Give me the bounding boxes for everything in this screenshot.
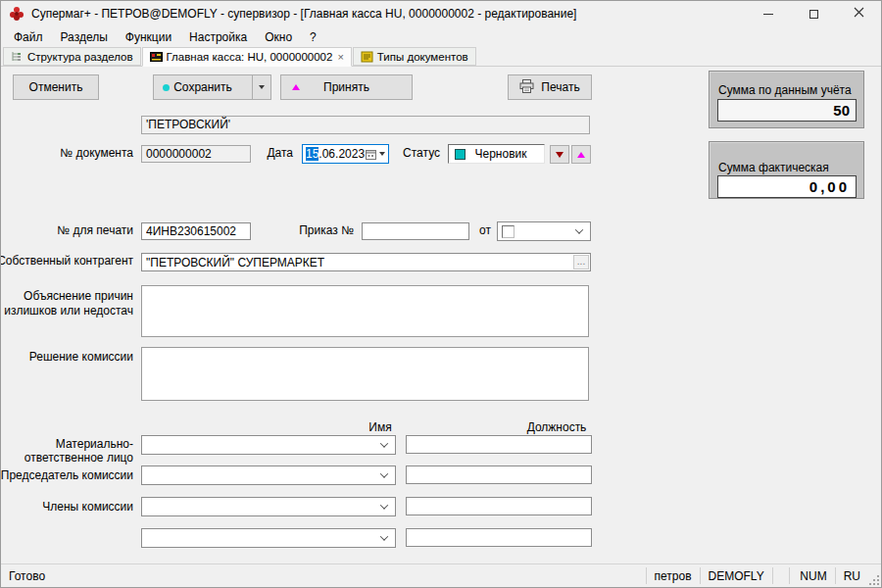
actual-sum-label: Сумма фактическая [718,161,829,174]
decision-label: Решение комиссии [29,351,133,364]
date-rest: .06.2023 [318,147,365,161]
doc-number-value: 0000000002 [146,147,212,161]
members-label: Члены комиссии [42,501,133,514]
print-button[interactable]: Печать [508,74,592,100]
minimize-button[interactable] [746,1,791,26]
menubar: Файл Разделы Функции Настройка Окно ? [1,26,881,47]
menu-sections[interactable]: Разделы [52,28,117,46]
responsible-position-input[interactable] [406,435,592,454]
print-number-label: № для печати [57,224,133,237]
menu-help[interactable]: ? [301,28,325,46]
date-day-selected: 15 [306,147,318,161]
window-title: Супермаг+ - ПЕТРОВ@DEMOFLY - супервизор … [31,7,576,21]
app-logo-icon [9,6,24,22]
app-window: Супермаг+ - ПЕТРОВ@DEMOFLY - супервизор … [0,0,882,588]
statusbar: Готово петров DEMOFLY NUM RU [1,564,881,587]
menu-functions[interactable]: Функции [117,28,180,46]
member2-name-combobox[interactable] [141,528,396,548]
chevron-down-icon [380,439,388,447]
accounting-sum-panel: Сумма по данным учёта 50 [709,71,864,128]
print-button-label: Печать [541,80,579,94]
titlebar: Супермаг+ - ПЕТРОВ@DEMOFLY - супервизор … [1,1,881,26]
responsible-label-line2: ответственное лицо [24,451,133,465]
doc-number-label: № документа [60,147,133,160]
member1-name-combobox[interactable] [141,497,396,516]
chairman-label: Председатель комиссии [1,469,133,482]
order-date-checkbox[interactable] [502,225,514,238]
responsible-label: Материально- ответственное лицо [24,437,133,465]
close-icon [854,7,864,21]
save-menu-button[interactable] [252,75,270,99]
contragent-value: "ПЕТРОВСКИЙ" СУПЕРМАРКЕТ [146,256,324,270]
contragent-label: Собственный контрагент [0,255,133,268]
date-label: Дата [267,147,293,160]
order-date-combobox[interactable] [497,221,591,241]
tab-structure[interactable]: Структура разделов [3,47,141,66]
chevron-down-icon [380,469,388,477]
print-number-input[interactable] [141,222,251,240]
statusbar-database: DEMOFLY [701,564,772,587]
chevron-down-icon [259,85,265,89]
maximize-button[interactable] [791,1,836,26]
tab-cashdesk-label: Главная касса: HU, 0000000002 [167,51,333,63]
doc-number-field: 0000000002 [141,145,251,163]
printer-icon [519,79,534,96]
resize-grip-icon [868,574,879,585]
save-button-main[interactable]: Сохранить [154,75,252,99]
accounting-sum-label: Сумма по данным учёта [718,83,852,97]
doc-name-value: 'ПЕТРОВСКИЙ' [146,118,230,131]
order-number-input[interactable] [362,222,469,240]
cash-register-icon [150,51,163,63]
tree-structure-icon [11,51,24,63]
member1-position-input[interactable] [406,497,592,515]
statusbar-empty-cell [773,564,789,587]
menu-file[interactable]: Файл [5,28,52,46]
tabbar: Структура разделов Главная касса: HU, 00… [1,47,881,67]
save-button[interactable]: Сохранить [153,74,271,100]
decision-textarea[interactable] [141,347,589,401]
status-label: Статус [403,147,440,160]
arrow-down-icon [556,152,564,158]
order-date-label: от [479,224,491,237]
responsible-name-combobox[interactable] [141,435,396,455]
tab-structure-label: Структура разделов [27,51,133,63]
order-number-label: Приказ № [299,224,354,237]
status-up-button[interactable] [571,145,591,164]
status-value: Черновик [466,147,544,161]
accept-button[interactable]: Принять [280,74,413,100]
status-down-button[interactable] [550,145,569,164]
cancel-button-label: Отменить [29,80,83,94]
contragent-field[interactable]: "ПЕТРОВСКИЙ" СУПЕРМАРКЕТ ... [141,253,591,271]
menu-window[interactable]: Окно [256,28,301,46]
status-color-icon [455,149,466,160]
status-display: Черновик [448,144,545,164]
chairman-position-input[interactable] [406,466,592,484]
statusbar-num: NUM [790,564,835,587]
explanation-label-line2: излишков или недостач [4,304,133,318]
date-picker-button[interactable] [366,149,385,160]
tab-close-icon[interactable]: × [337,51,343,63]
date-field[interactable]: 15 .06.2023 [302,144,389,164]
explanation-textarea[interactable] [141,285,589,337]
maximize-icon [809,10,818,19]
explanation-label: Объяснение причин излишков или недостач [4,289,133,318]
menu-settings[interactable]: Настройка [180,28,256,46]
chevron-down-icon [575,225,583,233]
explanation-label-line1: Объяснение причин [24,289,133,303]
member2-position-input[interactable] [406,528,592,547]
resize-grip[interactable] [868,564,881,587]
chairman-name-combobox[interactable] [141,466,396,485]
arrow-up-icon [577,152,585,158]
tab-cashdesk[interactable]: Главная касса: HU, 0000000002 × [142,47,352,67]
cancel-button[interactable]: Отменить [13,74,99,100]
tab-doctypes[interactable]: Типы документов [353,47,476,66]
chevron-down-icon [379,152,385,156]
close-button[interactable] [836,1,881,26]
accept-arrow-icon [292,84,300,90]
column-header-name: Имя [351,420,410,434]
document-types-icon [361,51,373,63]
contragent-browse-button[interactable]: ... [573,255,589,270]
document-form: Отменить Сохранить Принять [1,67,881,564]
save-status-dot-icon [163,84,170,91]
statusbar-user: петров [647,564,700,587]
